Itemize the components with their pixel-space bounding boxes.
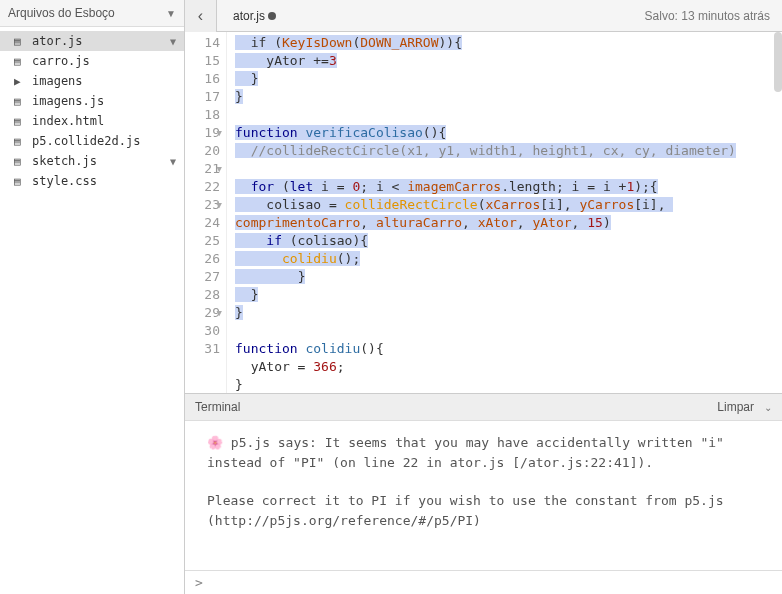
prompt-symbol: >: [195, 575, 203, 590]
file-name: style.css: [32, 174, 176, 188]
terminal-header: Terminal Limpar ⌄: [185, 393, 782, 420]
file-name: sketch.js: [32, 154, 170, 168]
file-name: p5.collide2d.js: [32, 134, 176, 148]
terminal-message: Please correct it to PI if you wish to u…: [207, 491, 727, 531]
file-item-imagens[interactable]: ▶imagens: [0, 71, 184, 91]
terminal-title: Terminal: [195, 400, 717, 414]
back-button[interactable]: ‹: [185, 0, 217, 32]
tab-bar: ‹ ator.js Salvo: 13 minutos atrás: [185, 0, 782, 32]
file-item-sketch-js[interactable]: ▤sketch.js▼: [0, 151, 184, 171]
code-editor[interactable]: 141516171819▼2021▼2223▼242526272829▼3031…: [185, 32, 782, 393]
code-area[interactable]: if (KeyIsDown(DOWN_ARROW)){ yAtor +=3 }}…: [227, 32, 782, 393]
file-name: ator.js: [32, 34, 170, 48]
file-icon: ▤: [14, 135, 28, 148]
dirty-indicator-icon: [268, 12, 276, 20]
file-name: imagens.js: [32, 94, 176, 108]
sidebar-title: Arquivos do Esboço: [8, 6, 162, 20]
scrollbar-thumb[interactable]: [774, 32, 782, 92]
file-item-carro-js[interactable]: ▤carro.js: [0, 51, 184, 71]
file-icon: ▤: [14, 155, 28, 168]
file-item-ator-js[interactable]: ▤ator.js▼: [0, 31, 184, 51]
line-gutter: 141516171819▼2021▼2223▼242526272829▼3031: [185, 32, 227, 393]
file-icon: ▤: [14, 55, 28, 68]
terminal-message: 🌸 p5.js says: It seems that you may have…: [207, 433, 727, 473]
file-name: imagens: [32, 74, 176, 88]
file-name: index.html: [32, 114, 176, 128]
tab-ator-js[interactable]: ator.js: [217, 0, 292, 32]
file-icon: ▤: [14, 175, 28, 188]
chevron-down-icon[interactable]: ⌄: [764, 402, 772, 413]
file-icon: ▶: [14, 75, 28, 88]
terminal-output[interactable]: 🌸 p5.js says: It seems that you may have…: [185, 420, 782, 570]
file-icon: ▤: [14, 35, 28, 48]
clear-button[interactable]: Limpar: [717, 400, 754, 414]
file-item-imagens-js[interactable]: ▤imagens.js: [0, 91, 184, 111]
file-icon: ▤: [14, 95, 28, 108]
chevron-down-icon[interactable]: ▼: [166, 8, 176, 19]
terminal-prompt[interactable]: >: [185, 570, 782, 594]
file-item-p5-collide2d-js[interactable]: ▤p5.collide2d.js: [0, 131, 184, 151]
file-item-style-css[interactable]: ▤style.css: [0, 171, 184, 191]
file-item-index-html[interactable]: ▤index.html: [0, 111, 184, 131]
file-name: carro.js: [32, 54, 176, 68]
file-icon: ▤: [14, 115, 28, 128]
tab-label: ator.js: [233, 9, 265, 23]
file-sidebar: Arquivos do Esboço ▼ ▤ator.js▼▤carro.js▶…: [0, 0, 185, 594]
save-status: Salvo: 13 minutos atrás: [633, 9, 782, 23]
chevron-down-icon[interactable]: ▼: [170, 156, 176, 167]
file-list: ▤ator.js▼▤carro.js▶imagens▤imagens.js▤in…: [0, 27, 184, 594]
chevron-down-icon[interactable]: ▼: [170, 36, 176, 47]
sidebar-header[interactable]: Arquivos do Esboço ▼: [0, 0, 184, 27]
